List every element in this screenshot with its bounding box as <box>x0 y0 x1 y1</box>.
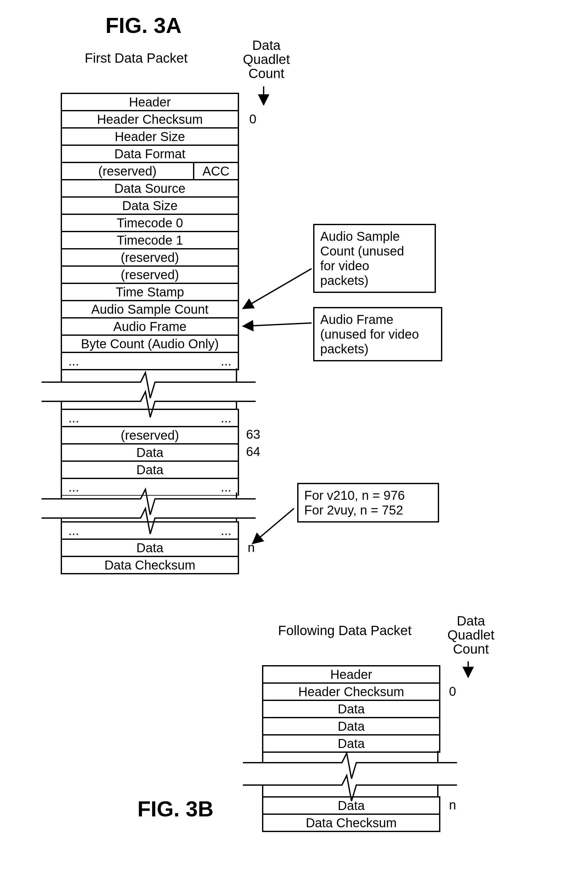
svg-line-4 <box>252 508 294 544</box>
row-time-stamp: Time Stamp <box>62 284 238 301</box>
fig-3a-title: FIG. 3A <box>105 13 182 38</box>
row-reserved-63: (reserved) <box>62 427 238 445</box>
row-data-format: Data Format <box>62 146 238 163</box>
row-b-data-checksum: Data Checksum <box>263 815 439 831</box>
row-timecode-0: Timecode 0 <box>62 215 238 232</box>
count-n-3b: n <box>449 798 456 812</box>
row-reserved-acc: (reserved) ACC <box>62 163 238 180</box>
row-timecode-1: Timecode 1 <box>62 232 238 249</box>
callout-audio-sample-count: Audio Sample Count (unused for video pac… <box>313 224 436 293</box>
svg-line-3 <box>243 323 312 326</box>
fig-3b-title: FIG. 3B <box>137 796 213 821</box>
ellipsis-left: ... <box>68 354 79 368</box>
row-ellipsis-4: ... ... <box>62 523 238 540</box>
row-audio-frame: Audio Frame <box>62 319 238 336</box>
break-strip-3b <box>243 758 457 790</box>
fig3b-table-top: Header Header Checksum Data Data Data <box>262 665 440 753</box>
count-0-3a: 0 <box>249 112 256 126</box>
callout-audio-frame: Audio Frame (unused for video packets) <box>313 307 442 361</box>
break-strip-2 <box>42 496 256 521</box>
quadlet-heading-3a: Data Quadlet Count <box>243 38 290 81</box>
page: FIG. 3A First Data Packet Data Quadlet C… <box>0 0 588 873</box>
row-b-data-n: Data <box>263 798 439 815</box>
row-byte-count: Byte Count (Audio Only) <box>62 336 238 353</box>
row-header-size: Header Size <box>62 129 238 146</box>
ellipsis-left: ... <box>68 523 79 538</box>
ellipsis-left: ... <box>68 411 79 425</box>
ellipsis-right: ... <box>221 523 231 538</box>
fig3a-table-mid: ... ... (reserved) Data Data ... ... <box>61 409 239 496</box>
row-data-64: Data <box>62 445 238 462</box>
svg-line-2 <box>243 269 312 309</box>
ellipsis-left: ... <box>68 480 79 494</box>
row-data-size: Data Size <box>62 198 238 215</box>
row-header: Header <box>62 94 238 111</box>
count-n-3a: n <box>248 541 255 555</box>
row-b-header-checksum: Header Checksum <box>263 684 439 701</box>
row-data-2: Data <box>62 462 238 479</box>
row-b-data-1: Data <box>263 701 439 718</box>
cell-acc: ACC <box>194 163 238 179</box>
first-packet-title: First Data Packet <box>85 51 188 65</box>
row-data-source: Data Source <box>62 180 238 198</box>
row-reserved-1: (reserved) <box>62 249 238 267</box>
row-audio-sample-count: Audio Sample Count <box>62 301 238 319</box>
fig3b-table-bottom: Data Data Checksum <box>262 796 440 832</box>
fig3a-table-top: Header Header Checksum Header Size Data … <box>61 93 239 370</box>
following-packet-title: Following Data Packet <box>278 624 412 638</box>
row-data-checksum: Data Checksum <box>62 557 238 573</box>
count-63: 63 <box>246 427 261 442</box>
row-b-header: Header <box>263 666 439 684</box>
ellipsis-right: ... <box>221 411 231 425</box>
ellipsis-right: ... <box>221 354 231 368</box>
row-b-data-3: Data <box>263 735 439 751</box>
fig3a-table-bottom: ... ... Data Data Checksum <box>61 521 239 574</box>
row-ellipsis-2: ... ... <box>62 410 238 427</box>
callout-n-values: For v210, n = 976 For 2vuy, n = 752 <box>297 483 439 523</box>
row-ellipsis-1: ... ... <box>62 353 238 369</box>
quadlet-heading-3b: Data Quadlet Count <box>447 614 494 656</box>
count-64: 64 <box>246 445 261 459</box>
row-ellipsis-3: ... ... <box>62 479 238 495</box>
count-0-3b: 0 <box>449 684 456 699</box>
break-strip-1 <box>42 377 256 406</box>
ellipsis-right: ... <box>221 480 231 494</box>
row-header-checksum: Header Checksum <box>62 111 238 129</box>
row-data-n: Data <box>62 540 238 557</box>
row-b-data-2: Data <box>263 718 439 735</box>
row-reserved-2: (reserved) <box>62 267 238 284</box>
cell-reserved: (reserved) <box>62 163 194 179</box>
